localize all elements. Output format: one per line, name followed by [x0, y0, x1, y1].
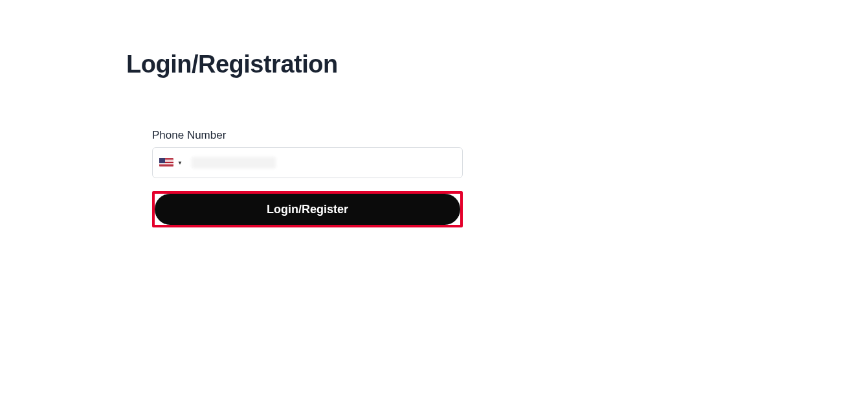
page-title: Login/Registration — [126, 51, 338, 78]
phone-value-masked — [192, 157, 276, 168]
page-header: Login/Registration — [126, 51, 338, 78]
phone-label: Phone Number — [152, 129, 463, 142]
chevron-down-icon: ▼ — [177, 160, 183, 166]
country-select[interactable]: ▼ — [159, 158, 188, 167]
login-form: Phone Number ▼ Login/Register — [152, 129, 463, 227]
submit-highlight: Login/Register — [152, 191, 463, 227]
flag-us-icon — [159, 158, 173, 167]
phone-field-row: ▼ — [152, 147, 463, 178]
login-register-button[interactable]: Login/Register — [155, 194, 460, 225]
